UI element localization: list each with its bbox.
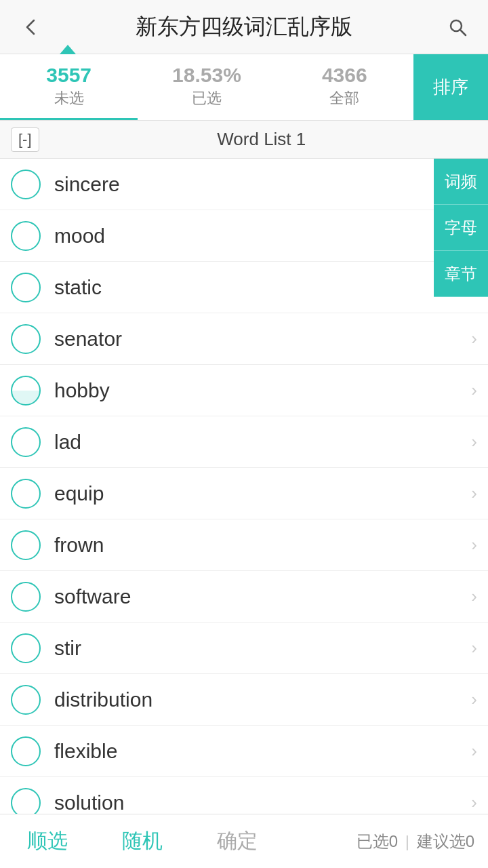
word-text: static	[54, 276, 466, 299]
word-item[interactable]: lad›	[0, 416, 488, 468]
word-text: sincere	[54, 173, 477, 196]
word-text: distribution	[54, 688, 466, 711]
total-number: 4366	[276, 64, 413, 87]
chevron-right-icon: ›	[471, 534, 477, 555]
word-item[interactable]: senator›	[0, 313, 488, 365]
word-item[interactable]: hobby›	[0, 365, 488, 416]
word-text: frown	[54, 534, 466, 557]
stat-selected-pct[interactable]: 18.53% 已选	[138, 54, 275, 120]
bottom-status: 已选0 | 建议选0	[285, 831, 488, 852]
word-text: mood	[54, 224, 477, 248]
sort-button[interactable]: 排序	[413, 54, 488, 120]
word-circle[interactable]	[11, 273, 41, 302]
word-text: software	[54, 585, 466, 608]
word-text: equip	[54, 482, 466, 505]
chevron-right-icon: ›	[471, 380, 477, 401]
side-btn-alphabet[interactable]: 字母	[434, 205, 488, 251]
page-title: 新东方四级词汇乱序版	[47, 12, 441, 42]
selected-pct-number: 18.53%	[138, 64, 275, 87]
word-list: sinceremoodstatic›senator›hobby›lad›equi…	[0, 159, 488, 868]
stat-unselected[interactable]: 3557 未选	[0, 54, 138, 120]
word-text: senator	[54, 328, 466, 351]
search-button[interactable]	[441, 10, 474, 44]
chevron-right-icon: ›	[471, 328, 477, 349]
word-item[interactable]: stir›	[0, 623, 488, 674]
word-item[interactable]: equip›	[0, 468, 488, 519]
chevron-right-icon: ›	[471, 483, 477, 504]
selected-pct-label: 已选	[138, 88, 275, 108]
word-item[interactable]: static›	[0, 262, 488, 313]
word-text: solution	[54, 791, 466, 814]
word-text: hobby	[54, 379, 466, 402]
chevron-right-icon: ›	[471, 689, 477, 710]
word-circle[interactable]	[11, 685, 41, 715]
word-circle[interactable]	[11, 788, 41, 818]
word-text: stir	[54, 637, 466, 660]
word-circle[interactable]	[11, 324, 41, 354]
btn-random[interactable]: 随机	[95, 814, 190, 868]
word-item[interactable]: flexible›	[0, 726, 488, 777]
side-btn-chapter[interactable]: 章节	[434, 251, 488, 297]
svg-line-1	[460, 30, 466, 35]
word-item[interactable]: distribution›	[0, 674, 488, 726]
word-text: lad	[54, 431, 466, 454]
word-item[interactable]: mood	[0, 210, 488, 262]
word-list-title: Word List 1	[46, 129, 477, 150]
chevron-right-icon: ›	[471, 741, 477, 762]
word-item[interactable]: sincere	[0, 159, 488, 210]
side-buttons: 词频 字母 章节	[434, 159, 488, 297]
word-circle[interactable]	[11, 582, 41, 612]
word-text: flexible	[54, 740, 466, 763]
stat-total[interactable]: 4366 全部	[276, 54, 413, 120]
word-list-header: [-] Word List 1	[0, 121, 488, 159]
unselected-number: 3557	[0, 64, 138, 87]
collapse-button[interactable]: [-]	[11, 127, 39, 152]
total-label: 全部	[276, 88, 413, 108]
word-circle[interactable]	[11, 170, 41, 199]
btn-sequential[interactable]: 顺选	[0, 814, 95, 868]
word-circle[interactable]	[11, 736, 41, 766]
side-btn-frequency[interactable]: 词频	[434, 159, 488, 205]
unselected-label: 未选	[0, 88, 138, 108]
chevron-right-icon: ›	[471, 586, 477, 607]
word-circle[interactable]	[11, 427, 41, 457]
word-item[interactable]: software›	[0, 571, 488, 623]
word-circle[interactable]	[11, 479, 41, 509]
chevron-right-icon: ›	[471, 792, 477, 813]
bottom-bar: 顺选 随机 确定 已选0 | 建议选0	[0, 814, 488, 868]
btn-confirm[interactable]: 确定	[190, 814, 285, 868]
word-item[interactable]: frown›	[0, 519, 488, 571]
word-list-section: [-] Word List 1 词频 字母 章节 sinceremoodstat…	[0, 121, 488, 868]
stats-bar: 3557 未选 18.53% 已选 4366 全部 排序	[0, 54, 488, 121]
word-circle[interactable]	[11, 530, 41, 560]
chevron-right-icon: ›	[471, 431, 477, 452]
chevron-right-icon: ›	[471, 637, 477, 658]
word-circle[interactable]	[11, 221, 41, 251]
word-circle[interactable]	[11, 376, 41, 406]
word-circle[interactable]	[11, 633, 41, 663]
back-button[interactable]	[14, 10, 47, 44]
